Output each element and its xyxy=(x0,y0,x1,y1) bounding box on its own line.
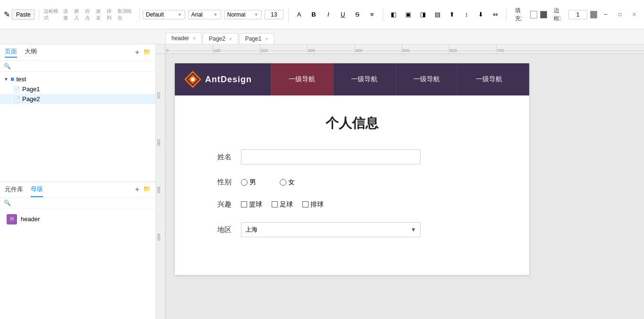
size-dropdown[interactable]: Normal ▼ xyxy=(224,10,262,19)
toolbar-label-settings: 放送 xyxy=(96,8,105,21)
radio-female[interactable]: 女 xyxy=(280,178,295,187)
tab-close-icon[interactable]: × xyxy=(229,36,232,42)
logo-text: AntDesign xyxy=(205,75,252,85)
chevron-down-icon: ▼ xyxy=(178,12,182,17)
form-row-hobby: 兴趣 篮球 足球 xyxy=(203,200,501,209)
valign-top-icon[interactable]: ⬆ xyxy=(446,9,458,21)
add-master-folder-button[interactable]: 📁 xyxy=(143,185,151,194)
align-left-icon[interactable]: ◧ xyxy=(388,9,400,21)
sidebar-tabs: 页面 大纲 xyxy=(5,47,37,58)
font-size-input[interactable] xyxy=(265,10,283,19)
tree-expand-icon: ▼ xyxy=(4,77,9,82)
masters-list: H header xyxy=(0,208,155,230)
ruler-tick: 100 xyxy=(156,92,161,99)
master-label: header xyxy=(21,216,40,223)
underline-button[interactable]: U xyxy=(337,9,349,21)
form-row-name: 姓名 xyxy=(203,149,501,164)
form-label-hobby: 兴趣 xyxy=(203,200,232,209)
ruler-corner xyxy=(156,44,165,54)
close-button[interactable]: × xyxy=(628,10,640,19)
checkbox-icon xyxy=(241,201,247,207)
nav-header: AntDesign 一级导航 一级导航 一级导航 一级导航 xyxy=(175,63,529,95)
bold-button[interactable]: B xyxy=(308,9,320,21)
fill-color-solid[interactable] xyxy=(540,11,547,18)
sidebar-pages-header: 页面 大纲 + 📁 xyxy=(0,44,155,61)
checkbox-soccer-label: 足球 xyxy=(280,200,293,209)
add-page-button[interactable]: + xyxy=(135,48,139,57)
tab-page1[interactable]: Page1 × xyxy=(239,33,275,44)
page-tree: ▼ ■ test 📄 Page1 📄 Page2 xyxy=(0,72,155,106)
svg-point-2 xyxy=(191,78,195,81)
form-row-region: 地区 上海 ▼ xyxy=(203,222,501,237)
add-folder-button[interactable]: 📁 xyxy=(143,48,151,57)
nav-item-3[interactable]: 一级导航 xyxy=(457,63,520,95)
align-justify-icon[interactable]: ▤ xyxy=(431,9,443,21)
nav-item-0[interactable]: 一级导航 xyxy=(271,63,333,95)
checkbox-basketball[interactable]: 篮球 xyxy=(241,200,262,209)
font-a-icon[interactable]: A xyxy=(293,9,305,21)
search-icon: 🔍 xyxy=(4,199,11,206)
fill-color-empty[interactable] xyxy=(530,11,537,18)
valign-mid-icon[interactable]: ↕ xyxy=(461,9,472,21)
border-value-input[interactable] xyxy=(568,10,587,19)
nav-items: 一级导航 一级导航 一级导航 一级导航 xyxy=(271,63,520,95)
tab-page2[interactable]: Page2 × xyxy=(203,33,238,44)
align-center-icon[interactable]: ▣ xyxy=(402,9,414,21)
text-dir-icon[interactable]: ⇔ xyxy=(489,9,501,21)
toolbar-label-style: 边框模式 xyxy=(44,8,62,21)
fill-label: 填充: xyxy=(515,7,527,23)
style-dropdown[interactable]: Default ▼ xyxy=(143,10,185,19)
sidebar-search-bar: 🔍 xyxy=(0,61,155,72)
masters-search-input[interactable] xyxy=(13,199,152,206)
pages-search-input[interactable] xyxy=(13,63,152,69)
folder-icon: ■ xyxy=(10,75,14,83)
tree-item-page1[interactable]: 📄 Page1 xyxy=(0,84,155,94)
nav-item-2[interactable]: 一级导航 xyxy=(395,63,458,95)
sidebar-tab-pages[interactable]: 页面 xyxy=(5,47,17,58)
left-sidebar: 页面 大纲 + 📁 🔍 ▼ ■ test 📄 xyxy=(0,44,156,319)
italic-button[interactable]: I xyxy=(322,9,334,21)
valign-bot-icon[interactable]: ⬇ xyxy=(475,9,487,21)
list-icon[interactable]: ≡ xyxy=(366,9,378,21)
form-control-gender: 男 女 xyxy=(241,178,501,187)
checkbox-soccer[interactable]: 足球 xyxy=(272,200,293,209)
form-area: 个人信息 姓名 性别 xyxy=(175,95,529,275)
form-label-region: 地区 xyxy=(203,225,232,234)
tab-header[interactable]: header × xyxy=(165,33,202,44)
form-title: 个人信息 xyxy=(203,114,501,132)
region-select[interactable]: 上海 ▼ xyxy=(241,222,421,237)
border-color[interactable] xyxy=(590,11,597,18)
toolbar-label-connect: 连接 xyxy=(63,8,72,21)
page-frame: AntDesign 一级导航 一级导航 一级导航 一级导航 个人信息 姓名 xyxy=(175,63,529,275)
sidebar-components-panel: 元件库 母版 + 📁 🔍 H header xyxy=(0,182,155,319)
tab-close-icon[interactable]: × xyxy=(265,36,268,42)
sidebar-tab-components[interactable]: 元件库 xyxy=(5,185,23,197)
sidebar-tab-masters[interactable]: 母版 xyxy=(31,185,43,197)
size-value: Normal xyxy=(227,11,246,18)
align-right-icon[interactable]: ◨ xyxy=(417,9,429,21)
sidebar-tab-outline[interactable]: 大纲 xyxy=(25,47,37,58)
sidebar-pages-panel: 页面 大纲 + 📁 🔍 ▼ ■ test 📄 xyxy=(0,44,155,182)
tree-item-test[interactable]: ▼ ■ test xyxy=(0,74,155,84)
font-dropdown[interactable]: Arial ▼ xyxy=(188,10,221,19)
add-master-button[interactable]: + xyxy=(135,185,139,194)
paste-button[interactable]: Paste xyxy=(12,9,35,20)
border-pos-icon[interactable]: □ xyxy=(614,9,626,21)
radio-male[interactable]: 男 xyxy=(241,178,256,187)
border-style-icon[interactable]: ─ xyxy=(600,9,611,21)
ruler-tick: 300 xyxy=(156,186,161,193)
tab-bar: header × Page2 × Page1 × xyxy=(0,29,644,44)
checkbox-icon xyxy=(302,201,309,207)
tree-item-page2[interactable]: 📄 Page2 xyxy=(0,94,155,104)
tab-close-icon[interactable]: × xyxy=(193,36,196,41)
chevron-down-icon: ▼ xyxy=(411,226,416,233)
name-input[interactable] xyxy=(241,149,421,164)
form-row-gender: 性别 男 女 xyxy=(203,178,501,187)
nav-item-1[interactable]: 一级导航 xyxy=(333,63,395,95)
master-item-header[interactable]: H header xyxy=(4,212,152,226)
checkbox-icon xyxy=(272,201,278,207)
horizontal-ruler: 0 100 200 300 400 500 600 700 xyxy=(165,44,644,54)
tab-label: Page2 xyxy=(209,35,225,42)
strike-button[interactable]: S xyxy=(352,9,363,21)
checkbox-volleyball[interactable]: 排球 xyxy=(302,200,324,209)
